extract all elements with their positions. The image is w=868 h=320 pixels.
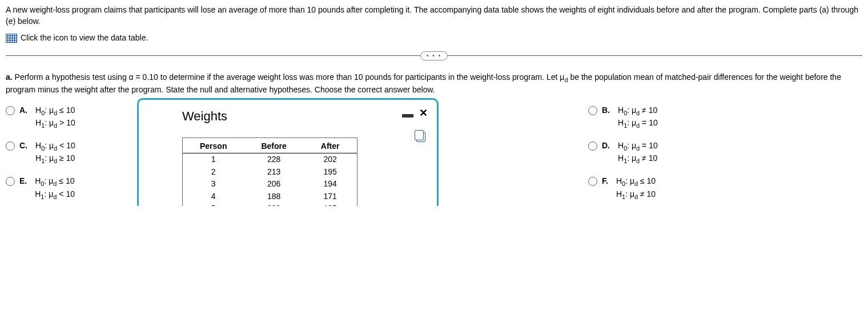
- popup-header: Weights ▬ ✕: [148, 106, 428, 128]
- table-row: 4188171: [183, 191, 357, 203]
- cell: 213: [244, 166, 303, 179]
- option-d-h0: H0: μd = 10: [618, 140, 658, 153]
- intro-text: A new weight-loss program claims that pa…: [6, 5, 862, 27]
- option-b-h0: H0: μd ≠ 10: [618, 105, 658, 118]
- options-wrap: A. H0: μd ≤ 10 H1: μd > 10 B. H0: μd ≠ 1…: [6, 105, 862, 201]
- col-after: After: [304, 140, 357, 153]
- cell: 1: [183, 153, 244, 165]
- option-f-label: F.: [602, 176, 608, 187]
- weights-popup: Weights ▬ ✕ Person Before After: [137, 98, 439, 206]
- cell: 202: [304, 153, 357, 165]
- data-table-link[interactable]: Click the icon to view the data table.: [21, 33, 148, 44]
- cell: 2: [183, 166, 244, 179]
- option-d-label: D.: [602, 140, 610, 152]
- question-a-text1: Perform a hypothesis test using α = 0.10…: [15, 72, 565, 82]
- option-b-h1: H1: μd = 10: [618, 118, 658, 130]
- data-table-link-row: Click the icon to view the data table.: [6, 33, 862, 44]
- cell: 4: [183, 191, 244, 203]
- table-icon[interactable]: [6, 34, 17, 43]
- col-before: Before: [244, 140, 303, 153]
- table-outer: Person Before After 1228202 2213195 3206…: [182, 137, 357, 205]
- cell: 171: [304, 191, 357, 203]
- option-f-h1: H1: μd ≠ 10: [616, 189, 656, 201]
- cell: 5: [183, 202, 244, 205]
- question-a-prefix: a.: [6, 72, 15, 82]
- cell: 195: [304, 166, 357, 179]
- option-a-h0: H0: μd ≤ 10: [35, 105, 75, 118]
- table-row: 3206194: [183, 178, 357, 191]
- option-f[interactable]: F. H0: μd ≤ 10 H1: μd ≠ 10: [588, 176, 862, 201]
- option-e-label: E.: [19, 176, 27, 187]
- close-icon[interactable]: ✕: [419, 106, 428, 120]
- table-row: 5202195: [183, 202, 357, 205]
- cell: 206: [244, 178, 303, 191]
- option-b[interactable]: B. H0: μd ≠ 10 H1: μd = 10: [588, 105, 862, 130]
- copy-icon[interactable]: [416, 132, 425, 142]
- col-person: Person: [183, 140, 244, 153]
- radio-f[interactable]: [588, 177, 597, 186]
- table-body: 1228202 2213195 3206194 4188171 5202195 …: [183, 153, 357, 205]
- table-row: 2213195: [183, 166, 357, 179]
- cell: 228: [244, 153, 303, 165]
- option-e-h1: H1: μd < 10: [35, 189, 75, 201]
- radio-b[interactable]: [588, 106, 597, 115]
- question-a: a. Perform a hypothesis test using α = 0…: [6, 72, 862, 96]
- option-f-h0: H0: μd ≤ 10: [616, 176, 656, 188]
- option-c-h0: H0: μd < 10: [35, 140, 75, 153]
- cell: 195: [304, 202, 357, 205]
- table-row: 1228202: [183, 153, 357, 165]
- cell: 202: [244, 202, 303, 205]
- option-c-h1: H1: μd ≥ 10: [35, 153, 75, 165]
- table-header-row: Person Before After: [183, 140, 357, 153]
- cell: 188: [244, 191, 303, 203]
- option-d-h1: H1: μd ≠ 10: [618, 153, 658, 165]
- cell: 194: [304, 178, 357, 191]
- more-button[interactable]: • • •: [420, 51, 448, 60]
- radio-a[interactable]: [6, 106, 15, 115]
- weights-table: Person Before After 1228202 2213195 3206…: [183, 140, 357, 205]
- popup-controls: ▬ ✕: [402, 106, 428, 121]
- popup-title: Weights: [148, 106, 227, 128]
- option-b-label: B.: [602, 105, 610, 116]
- minimize-icon[interactable]: ▬: [402, 106, 413, 121]
- radio-e[interactable]: [6, 177, 15, 186]
- cell: 3: [183, 178, 244, 191]
- option-a-h1: H1: μd > 10: [35, 118, 75, 130]
- option-e-h0: H0: μd ≤ 10: [35, 176, 75, 188]
- popup-body: Person Before After 1228202 2213195 3206…: [148, 137, 428, 205]
- option-d[interactable]: D. H0: μd = 10 H1: μd ≠ 10: [588, 140, 862, 165]
- option-a-label: A.: [19, 105, 27, 116]
- option-c-label: C.: [19, 140, 27, 152]
- radio-d[interactable]: [588, 141, 597, 151]
- radio-c[interactable]: [6, 141, 15, 151]
